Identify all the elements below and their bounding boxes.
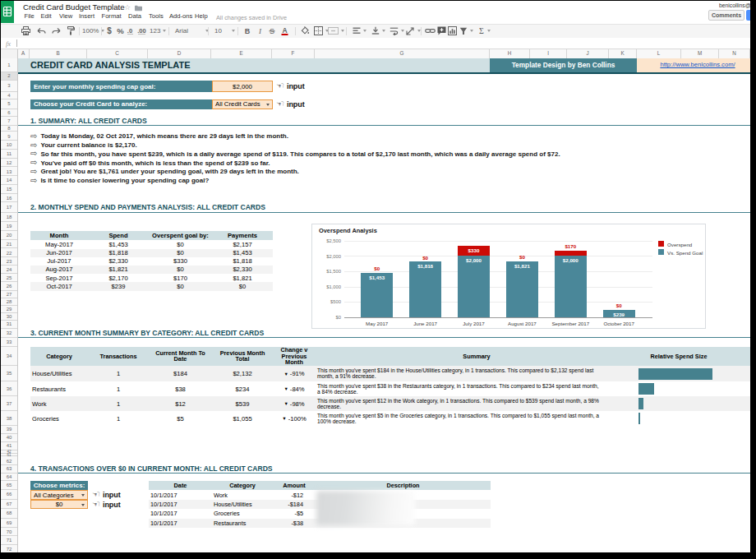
- formula-bar[interactable]: fx: [1, 38, 750, 49]
- row-header-35[interactable]: 35: [1, 366, 17, 381]
- sheets-logo-icon[interactable]: [1, 1, 14, 23]
- row-header-29[interactable]: 29: [1, 306, 17, 313]
- menu-add-ons[interactable]: Add-ons: [169, 12, 192, 20]
- insert-chart-icon[interactable]: [448, 25, 457, 38]
- row-header-65[interactable]: 65: [1, 481, 17, 490]
- row-header-31[interactable]: 31: [1, 321, 17, 328]
- italic-icon[interactable]: I: [257, 25, 263, 38]
- row-header-66[interactable]: 66: [1, 490, 17, 500]
- text-rotation-icon[interactable]: [406, 25, 421, 38]
- folder-icon[interactable]: [135, 5, 142, 12]
- row-header-36[interactable]: 36: [1, 381, 17, 396]
- redo-icon[interactable]: [52, 25, 61, 38]
- fill-color-icon[interactable]: [301, 25, 310, 38]
- borders-icon[interactable]: [314, 25, 329, 38]
- row-header-39[interactable]: 39: [1, 426, 17, 434]
- column-header-I[interactable]: I: [530, 49, 567, 58]
- row-header-18[interactable]: 18: [1, 213, 17, 222]
- row-header-68[interactable]: 68: [1, 509, 17, 518]
- menu-help[interactable]: Help: [195, 12, 208, 20]
- row-header-28[interactable]: 28: [1, 298, 17, 306]
- row-header-15[interactable]: 15: [1, 185, 17, 194]
- filter-icon[interactable]: [459, 25, 473, 38]
- cap-goal-input[interactable]: $2,000: [212, 81, 273, 92]
- menu-data[interactable]: Data: [128, 12, 141, 20]
- row-header-27[interactable]: 27: [1, 291, 17, 298]
- row-header-19[interactable]: 19: [1, 222, 17, 232]
- row-header-2[interactable]: 2: [1, 72, 17, 81]
- strikethrough-icon[interactable]: S: [269, 25, 275, 38]
- row-header-40[interactable]: 40: [1, 434, 17, 442]
- metric-category-select[interactable]: All Categories: [30, 490, 88, 500]
- paint-format-icon[interactable]: [67, 25, 75, 38]
- row-header-26[interactable]: 26: [1, 282, 17, 290]
- row-header-11[interactable]: 11: [1, 150, 17, 159]
- row-header-30[interactable]: 30: [1, 313, 17, 321]
- increase-decimals-icon[interactable]: .00: [136, 25, 147, 38]
- column-header-M[interactable]: M: [681, 49, 719, 58]
- column-header-D[interactable]: D: [148, 49, 211, 58]
- row-header-37[interactable]: 37: [1, 396, 17, 411]
- row-header-71[interactable]: 71: [1, 536, 17, 545]
- star-icon[interactable]: ☆: [124, 3, 131, 12]
- horizontal-align-icon[interactable]: [353, 25, 366, 38]
- column-header-L[interactable]: L: [637, 49, 681, 58]
- row-header-22[interactable]: 22: [1, 249, 17, 257]
- insert-link-icon[interactable]: [425, 25, 436, 38]
- functions-icon[interactable]: Σ: [478, 25, 491, 38]
- row-header-62[interactable]: 62: [1, 457, 17, 465]
- menu-edit[interactable]: Edit: [41, 12, 52, 20]
- sheet-canvas[interactable]: CREDIT CARD ANALYSIS TEMPLATETemplate De…: [18, 58, 750, 553]
- save-status[interactable]: All changes saved in Drive: [216, 14, 287, 21]
- row-header-8[interactable]: 8: [1, 126, 17, 132]
- document-title[interactable]: Credit Card Budget Template: [23, 2, 125, 12]
- row-header-24[interactable]: 24: [1, 266, 17, 274]
- row-header-13[interactable]: 13: [1, 168, 17, 177]
- column-header-B[interactable]: B: [30, 49, 87, 58]
- row-header-17[interactable]: 17: [1, 202, 17, 213]
- row-header-6[interactable]: 6: [1, 109, 17, 118]
- row-header-32[interactable]: 32: [1, 329, 17, 338]
- insert-comment-icon[interactable]: [437, 25, 446, 38]
- row-header-20[interactable]: 20: [1, 231, 17, 240]
- row-header-67[interactable]: 67: [1, 500, 17, 509]
- website-link[interactable]: http://www.benlcollins.com/: [660, 61, 735, 68]
- currency-icon[interactable]: $: [106, 25, 113, 38]
- account-email[interactable]: benicollins@gmail.com: [719, 2, 750, 8]
- row-header-10[interactable]: 10: [1, 141, 17, 150]
- column-header-N[interactable]: N: [719, 49, 750, 58]
- undo-icon[interactable]: [37, 25, 46, 38]
- column-header-C[interactable]: C: [87, 49, 148, 58]
- row-header-4[interactable]: 4: [1, 92, 17, 99]
- menu-view[interactable]: View: [59, 12, 72, 20]
- share-button[interactable]: [746, 10, 750, 21]
- column-header-G[interactable]: G: [315, 49, 490, 58]
- menu-tools[interactable]: Tools: [149, 12, 164, 20]
- column-header-A[interactable]: A: [17, 49, 30, 58]
- row-header-14[interactable]: 14: [1, 176, 17, 185]
- row-header-9[interactable]: 9: [1, 132, 17, 141]
- row-header-3[interactable]: 3: [1, 81, 17, 92]
- column-header-F[interactable]: F: [272, 49, 315, 58]
- font-size-select[interactable]: 10: [214, 25, 235, 38]
- row-header-21[interactable]: 21: [1, 240, 17, 248]
- row-header-72[interactable]: 72: [1, 545, 17, 552]
- row-header-25[interactable]: 25: [1, 274, 17, 282]
- menu-format[interactable]: Format: [102, 12, 122, 20]
- decrease-decimals-icon[interactable]: .0: [126, 25, 135, 38]
- row-header-38[interactable]: 38: [1, 411, 17, 426]
- text-wrap-icon[interactable]: [390, 25, 404, 38]
- row-header-34[interactable]: 34: [1, 347, 17, 367]
- row-header-7[interactable]: 7: [1, 117, 17, 126]
- row-header-33[interactable]: 33: [1, 338, 17, 347]
- row-header-69[interactable]: 69: [1, 519, 17, 528]
- number-format-select[interactable]: 123: [150, 25, 166, 38]
- menu-file[interactable]: File: [25, 12, 35, 20]
- row-header-70[interactable]: 70: [1, 528, 17, 537]
- metric-amount-select[interactable]: $0: [30, 500, 88, 509]
- vertical-align-icon[interactable]: [371, 25, 385, 38]
- font-select[interactable]: Arial: [175, 25, 209, 38]
- column-header-K[interactable]: K: [609, 49, 637, 58]
- row-header-5[interactable]: 5: [1, 99, 17, 109]
- bold-icon[interactable]: B: [244, 25, 251, 38]
